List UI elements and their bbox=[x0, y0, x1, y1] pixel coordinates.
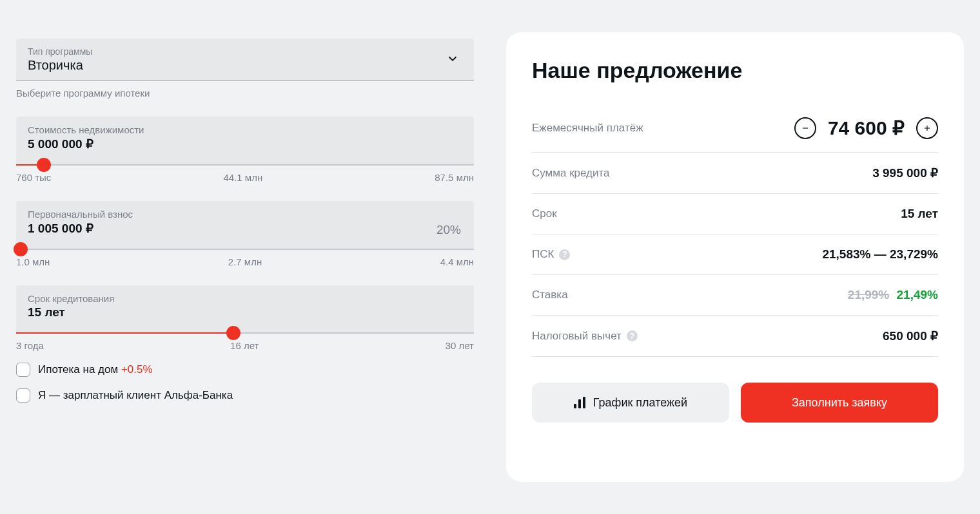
property-label: Стоимость недвижимости bbox=[28, 124, 462, 135]
rate-row: Ставка 21,99% 21,49% bbox=[532, 275, 938, 316]
slider-marks: 760 тыс 44.1 млн 87.5 млн bbox=[16, 172, 474, 183]
slider-marks: 1.0 млн 2.7 млн 4.4 млн bbox=[16, 256, 474, 267]
slider-thumb[interactable] bbox=[226, 326, 240, 340]
program-value: Вторичка bbox=[28, 58, 462, 73]
rate-addon: +0.5% bbox=[121, 363, 153, 376]
slider-fill bbox=[16, 332, 233, 334]
slider-track[interactable] bbox=[16, 249, 474, 250]
psk-label: ПСК ? bbox=[532, 248, 570, 261]
downpayment-percent: 20% bbox=[436, 223, 461, 237]
checkbox-label: Я — зарплатный клиент Альфа-Банка bbox=[38, 389, 233, 402]
slider-track[interactable] bbox=[16, 164, 474, 166]
offer-panel: Наше предложение Ежемесячный платёж 74 6… bbox=[506, 32, 964, 482]
rate-old: 21,99% bbox=[848, 288, 889, 301]
chevron-down-icon bbox=[446, 52, 460, 68]
rate-new: 21,49% bbox=[897, 288, 938, 301]
decrease-button[interactable] bbox=[794, 117, 816, 139]
checkbox-label: Ипотека на дом +0.5% bbox=[38, 363, 153, 376]
tax-value: 650 000 ₽ bbox=[883, 328, 938, 343]
monthly-payment-label: Ежемесячный платёж bbox=[532, 122, 643, 135]
loan-amount-label: Сумма кредита bbox=[532, 167, 610, 180]
monthly-payment-value: 74 600 ₽ bbox=[828, 117, 905, 139]
loan-amount-value: 3 995 000 ₽ bbox=[872, 166, 938, 180]
salary-client-checkbox-row[interactable]: Я — зарплатный клиент Альфа-Банка bbox=[16, 388, 474, 403]
checkbox-icon[interactable] bbox=[16, 363, 30, 377]
downpayment-slider[interactable]: Первоначальный взнос 1 005 000 ₽ 20% 1.0… bbox=[16, 201, 474, 267]
loan-amount-row: Сумма кредита 3 995 000 ₽ bbox=[532, 153, 938, 194]
offer-title: Наше предложение bbox=[532, 58, 938, 83]
term-label: Срок кредитования bbox=[28, 293, 462, 304]
term-slider[interactable]: Срок кредитования 15 лет 3 года 16 лет 3… bbox=[16, 285, 474, 351]
program-label: Тип программы bbox=[28, 46, 462, 57]
rate-label: Ставка bbox=[532, 289, 568, 301]
slider-track[interactable] bbox=[16, 332, 474, 334]
offer-term-label: Срок bbox=[532, 207, 557, 220]
offer-term-value: 15 лет bbox=[901, 207, 938, 221]
slider-thumb[interactable] bbox=[37, 158, 51, 172]
calculator-form: Тип программы Вторичка Выберите программ… bbox=[16, 32, 474, 482]
offer-term-row: Срок 15 лет bbox=[532, 194, 938, 234]
house-mortgage-checkbox-row[interactable]: Ипотека на дом +0.5% bbox=[16, 363, 474, 377]
chart-bars-icon bbox=[574, 397, 585, 408]
downpayment-label: Первоначальный взнос bbox=[28, 209, 462, 220]
term-value: 15 лет bbox=[28, 305, 462, 319]
property-price-slider[interactable]: Стоимость недвижимости 5 000 000 ₽ 760 т… bbox=[16, 117, 474, 183]
program-hint: Выберите программу ипотеки bbox=[16, 88, 474, 99]
offer-card: Наше предложение Ежемесячный платёж 74 6… bbox=[506, 32, 964, 482]
apply-button[interactable]: Заполнить заявку bbox=[741, 383, 938, 423]
info-icon[interactable]: ? bbox=[559, 249, 570, 260]
checkbox-icon[interactable] bbox=[16, 388, 30, 403]
schedule-button[interactable]: График платежей bbox=[532, 383, 729, 423]
psk-value: 21,583% — 23,729% bbox=[822, 247, 938, 262]
slider-thumb[interactable] bbox=[14, 242, 28, 256]
monthly-payment-row: Ежемесячный платёж 74 600 ₽ bbox=[532, 104, 938, 153]
psk-row: ПСК ? 21,583% — 23,729% bbox=[532, 234, 938, 275]
slider-marks: 3 года 16 лет 30 лет bbox=[16, 340, 474, 351]
program-select[interactable]: Тип программы Вторичка bbox=[16, 39, 474, 81]
tax-label: Налоговый вычет ? bbox=[532, 330, 638, 343]
property-value: 5 000 000 ₽ bbox=[28, 137, 462, 151]
rate-value: 21,99% 21,49% bbox=[848, 288, 938, 302]
increase-button[interactable] bbox=[916, 117, 938, 139]
tax-row: Налоговый вычет ? 650 000 ₽ bbox=[532, 316, 938, 357]
info-icon[interactable]: ? bbox=[627, 330, 638, 341]
downpayment-value: 1 005 000 ₽ bbox=[28, 221, 462, 236]
